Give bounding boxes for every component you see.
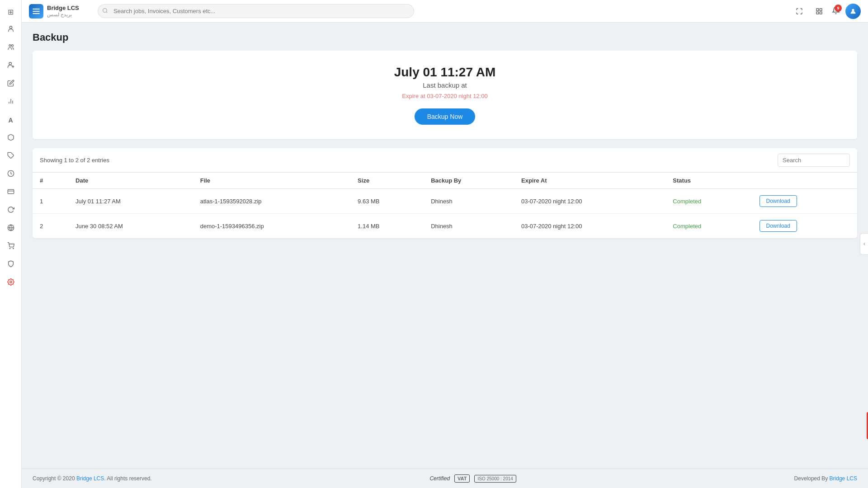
svg-point-3 bbox=[9, 62, 11, 65]
sidebar-icon-chart[interactable] bbox=[3, 94, 19, 110]
backup-card: July 01 11:27 AM Last backup at Expire a… bbox=[33, 51, 857, 139]
sidebar-icon-text[interactable]: A bbox=[3, 112, 19, 128]
backup-now-button[interactable]: Backup Now bbox=[415, 108, 476, 125]
download-button[interactable]: Download bbox=[760, 195, 797, 207]
footer-brand-link[interactable]: Bridge LCS bbox=[76, 475, 104, 482]
cart-icon bbox=[7, 242, 14, 251]
sidebar-icon-clock[interactable] bbox=[3, 166, 19, 183]
table-header: Showing 1 to 2 of 2 entries bbox=[33, 148, 857, 172]
cell-action[interactable]: Download bbox=[752, 189, 858, 214]
svg-point-16 bbox=[13, 248, 13, 249]
sidebar-icon-shield[interactable] bbox=[3, 257, 19, 273]
svg-rect-23 bbox=[820, 12, 822, 14]
sidebar-icon-refresh[interactable] bbox=[3, 202, 19, 219]
svg-line-19 bbox=[106, 12, 107, 13]
table-search-input[interactable] bbox=[778, 154, 850, 167]
brand-name: Bridge LCS bbox=[47, 5, 79, 12]
cell-size: 9.63 MB bbox=[350, 189, 424, 214]
person-icon bbox=[7, 25, 14, 34]
svg-rect-20 bbox=[816, 9, 819, 11]
svg-rect-22 bbox=[816, 12, 819, 14]
footer-developed-link[interactable]: Bridge LCS bbox=[830, 475, 857, 482]
notification-button[interactable]: 9 bbox=[832, 6, 840, 16]
sidebar-icon-globe[interactable] bbox=[3, 221, 19, 237]
main-content: Backup July 01 11:27 AM Last backup at E… bbox=[22, 23, 868, 469]
brand: Bridge LCS بريدج لسس bbox=[29, 4, 92, 19]
cell-num: 2 bbox=[33, 214, 68, 239]
footer-left: Copyright © 2020 Bridge LCS. All rights … bbox=[33, 475, 152, 482]
shield-icon bbox=[7, 260, 14, 269]
footer-copyright: Copyright © 2020 bbox=[33, 475, 76, 482]
apps-button[interactable] bbox=[812, 4, 826, 19]
grid-icon: ⊞ bbox=[8, 8, 14, 16]
svg-point-1 bbox=[9, 45, 11, 47]
backup-label: Last backup at bbox=[47, 81, 843, 89]
clock-icon bbox=[7, 170, 14, 179]
sidebar-icon-add-person[interactable] bbox=[3, 58, 19, 74]
brand-logo bbox=[29, 4, 43, 19]
tag-icon bbox=[7, 152, 14, 161]
svg-point-0 bbox=[9, 26, 12, 28]
avatar[interactable] bbox=[845, 4, 861, 19]
sidebar-icon-grid[interactable]: ⊞ bbox=[3, 4, 19, 20]
cell-size: 1.14 MB bbox=[350, 214, 424, 239]
cell-status: Completed bbox=[665, 189, 752, 214]
svg-rect-11 bbox=[8, 189, 14, 193]
col-status: Status bbox=[665, 173, 752, 189]
group-icon bbox=[7, 43, 14, 52]
cell-date: June 30 08:52 AM bbox=[68, 214, 193, 239]
sidebar-icon-person[interactable] bbox=[3, 22, 19, 38]
sidebar-icon-tag[interactable] bbox=[3, 148, 19, 164]
backup-expire: Expire at 03-07-2020 night 12:00 bbox=[47, 93, 843, 99]
col-expire-at: Expire At bbox=[514, 173, 665, 189]
table-row: 1 July 01 11:27 AM atlas-1-1593592028.zi… bbox=[33, 189, 857, 214]
svg-rect-21 bbox=[820, 9, 822, 11]
brand-arabic: بريدج لسس bbox=[47, 12, 79, 18]
svg-point-2 bbox=[11, 45, 13, 47]
settings-icon bbox=[7, 278, 14, 287]
global-search[interactable] bbox=[98, 4, 414, 18]
col-action bbox=[752, 173, 858, 189]
col-size: Size bbox=[350, 173, 424, 189]
cell-status: Completed bbox=[665, 214, 752, 239]
sidebar-icon-group[interactable] bbox=[3, 40, 19, 56]
sidebar-icon-settings[interactable] bbox=[3, 275, 19, 291]
text-icon: A bbox=[8, 117, 13, 124]
topnav: Bridge LCS بريدج لسس 9 bbox=[22, 0, 868, 23]
box-icon bbox=[7, 134, 14, 143]
sidebar-icon-edit[interactable] bbox=[3, 76, 19, 92]
cell-expire-at: 03-07-2020 night 12:00 bbox=[514, 189, 665, 214]
collapse-handle[interactable] bbox=[860, 233, 868, 255]
cell-action[interactable]: Download bbox=[752, 214, 858, 239]
svg-point-15 bbox=[9, 248, 10, 249]
global-search-input[interactable] bbox=[98, 4, 414, 18]
card-icon bbox=[7, 188, 14, 197]
fullscreen-button[interactable] bbox=[792, 4, 807, 19]
sidebar: ⊞ A bbox=[0, 0, 22, 488]
sidebar-icon-box[interactable] bbox=[3, 130, 19, 146]
cell-num: 1 bbox=[33, 189, 68, 214]
footer: Copyright © 2020 Bridge LCS. All rights … bbox=[22, 469, 868, 488]
svg-point-17 bbox=[10, 281, 12, 283]
sidebar-icon-card[interactable] bbox=[3, 184, 19, 201]
col-file: File bbox=[193, 173, 350, 189]
notification-badge-count: 9 bbox=[835, 5, 842, 12]
footer-center: Certified VAT ISO 25000 : 2014 bbox=[429, 474, 516, 483]
refresh-icon bbox=[7, 206, 14, 215]
table-row: 2 June 30 08:52 AM demo-1-1593496356.zip… bbox=[33, 214, 857, 239]
table-search[interactable] bbox=[778, 154, 850, 167]
col-num: # bbox=[33, 173, 68, 189]
cell-date: July 01 11:27 AM bbox=[68, 189, 193, 214]
page-title: Backup bbox=[33, 32, 857, 43]
backup-table-section: Showing 1 to 2 of 2 entries # Date File … bbox=[33, 148, 857, 238]
globe-icon bbox=[7, 224, 14, 233]
download-button[interactable]: Download bbox=[760, 220, 797, 232]
sidebar-icon-cart[interactable] bbox=[3, 239, 19, 255]
cell-backup-by: Dhinesh bbox=[424, 189, 514, 214]
col-backup-by: Backup By bbox=[424, 173, 514, 189]
svg-point-18 bbox=[103, 8, 107, 12]
cell-expire-at: 03-07-2020 night 12:00 bbox=[514, 214, 665, 239]
footer-right: Developed By Bridge LCS bbox=[794, 475, 857, 482]
cell-file: demo-1-1593496356.zip bbox=[193, 214, 350, 239]
person-add-icon bbox=[7, 61, 14, 70]
